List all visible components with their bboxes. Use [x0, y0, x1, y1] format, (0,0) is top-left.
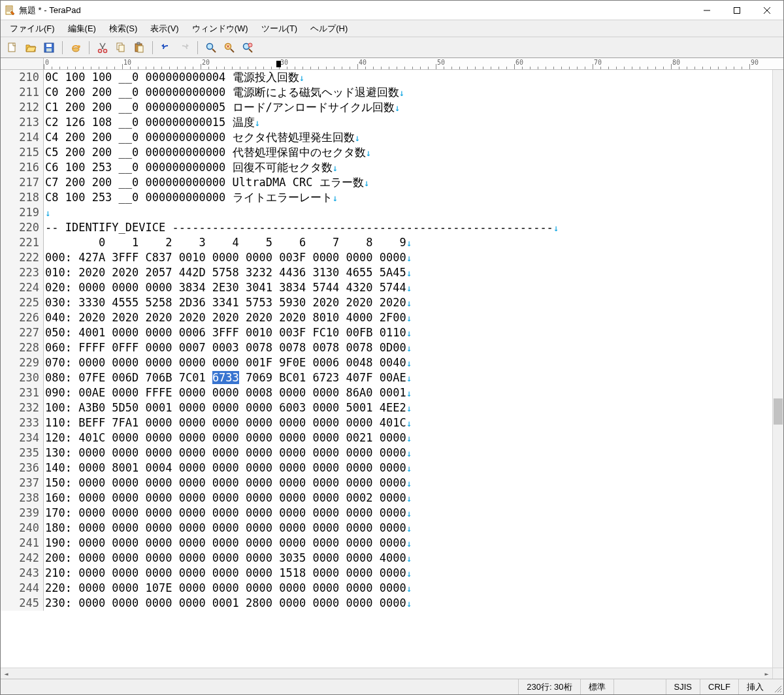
eol-mark-icon: ↓ — [406, 238, 412, 248]
text-line[interactable]: C2 126 108 __0 000000000015 温度↓ — [45, 115, 772, 130]
eol-mark-icon: ↓ — [406, 508, 412, 519]
text-line[interactable]: 010: 2020 2020 2057 442D 5758 3232 4436 … — [45, 265, 772, 280]
copy-button[interactable] — [113, 40, 129, 56]
line-number-gutter: 2102112122132142152162172182192202212222… — [1, 70, 44, 611]
menu-window[interactable]: ウィンドウ(W) — [186, 21, 255, 37]
text-line[interactable]: 230: 0000 0000 0000 0000 0001 2800 0000 … — [45, 596, 772, 611]
text-line[interactable]: C1 200 200 __0 000000000005 ロード/アンロードサイク… — [45, 100, 772, 115]
hscroll-left-arrow[interactable]: ◄ — [1, 668, 12, 679]
text-line[interactable]: C4 200 200 __0 000000000000 セクタ代替処理発生回数↓ — [45, 130, 772, 145]
text-line[interactable]: 120: 401C 0000 0000 0000 0000 0000 0000 … — [45, 430, 772, 445]
text-line[interactable]: 170: 0000 0000 0000 0000 0000 0000 0000 … — [45, 506, 772, 521]
menu-search[interactable]: 検索(S) — [103, 21, 144, 37]
text-line[interactable]: 180: 0000 0000 0000 0000 0000 0000 0000 … — [45, 521, 772, 536]
eol-mark-icon: ↓ — [255, 118, 260, 128]
menu-edit[interactable]: 編集(E) — [61, 21, 103, 37]
text-line[interactable]: C8 100 253 __0 000000000000 ライトエラーレート↓ — [45, 190, 772, 205]
text-line[interactable]: -- IDENTIFY_DEVICE ---------------------… — [45, 220, 772, 235]
menu-help[interactable]: ヘルプ(H) — [304, 21, 354, 37]
text-line[interactable]: 080: 07FE 006D 706B 7C01 6733 7069 BC01 … — [45, 370, 772, 385]
cut-button[interactable] — [95, 40, 110, 56]
text-line[interactable]: 050: 4001 0000 0000 0006 3FFF 0010 003F … — [45, 325, 772, 340]
ruler: 0102030405060708090 — [1, 58, 783, 70]
editor-scroll[interactable]: 2102112122132142152162172182192202212222… — [1, 70, 772, 668]
eol-mark-icon: ↓ — [406, 433, 412, 444]
text-line[interactable]: C5 200 200 __0 000000000000 代替処理保留中のセクタ数… — [45, 145, 772, 160]
text-line[interactable]: 190: 0000 0000 0000 0000 0000 0000 0000 … — [45, 536, 772, 551]
redo-button[interactable] — [176, 40, 192, 56]
text-line[interactable]: 150: 0000 0000 0000 0000 0000 0000 0000 … — [45, 476, 772, 491]
svg-point-6 — [73, 48, 79, 52]
minimize-button[interactable] — [692, 1, 722, 20]
text-line[interactable]: 0 1 2 3 4 5 6 7 8 9↓ — [45, 235, 772, 250]
text-line[interactable]: 140: 0000 8001 0004 0000 0000 0000 0000 … — [45, 461, 772, 476]
eol-mark-icon: ↓ — [399, 88, 404, 98]
text-line[interactable]: 000: 427A 3FFF C837 0010 0000 0000 003F … — [45, 250, 772, 265]
text-line[interactable]: 040: 2020 2020 2020 2020 2020 2020 2020 … — [45, 310, 772, 325]
menu-tool[interactable]: ツール(T) — [255, 21, 304, 37]
reload-button[interactable] — [68, 40, 84, 56]
eol-mark-icon: ↓ — [364, 178, 369, 188]
maximize-button[interactable] — [722, 1, 752, 20]
replace-button[interactable] — [221, 40, 237, 56]
horizontal-scrollbar[interactable]: ◄ ► — [1, 668, 783, 679]
eol-mark-icon: ↓ — [553, 223, 559, 233]
text-line[interactable]: 110: BEFF 7FA1 0000 0000 0000 0000 0000 … — [45, 415, 772, 430]
menu-bar: ファイル(F) 編集(E) 検索(S) 表示(V) ウィンドウ(W) ツール(T… — [1, 20, 783, 37]
status-mode: 標準 — [580, 679, 613, 694]
find-button[interactable] — [203, 40, 219, 56]
eol-mark-icon: ↓ — [406, 283, 412, 293]
text-line[interactable]: 130: 0000 0000 0000 0000 0000 0000 0000 … — [45, 445, 772, 461]
text-line[interactable]: 160: 0000 0000 0000 0000 0000 0000 0000 … — [45, 491, 772, 506]
eol-mark-icon: ↓ — [299, 73, 304, 83]
eol-mark-icon: ↓ — [406, 253, 412, 263]
find-next-button[interactable] — [240, 40, 255, 56]
text-line[interactable]: 210: 0000 0000 0000 0000 0000 0000 1518 … — [45, 566, 772, 581]
text-line[interactable]: 060: FFFF 0FFF 0000 0007 0003 0078 0078 … — [45, 340, 772, 355]
eol-mark-icon: ↓ — [45, 208, 50, 218]
text-line[interactable]: C6 100 253 __0 000000000000 回復不可能セクタ数↓ — [45, 160, 772, 175]
eol-mark-icon: ↓ — [406, 493, 412, 504]
text-line[interactable]: 0C 100 100 __0 000000000004 電源投入回数↓ — [45, 70, 772, 85]
svg-rect-4 — [46, 44, 52, 47]
eol-mark-icon: ↓ — [406, 553, 412, 564]
menu-file[interactable]: ファイル(F) — [3, 21, 61, 37]
svg-point-8 — [104, 49, 107, 52]
text-selection: 6733 — [212, 371, 239, 384]
eol-mark-icon: ↓ — [406, 373, 412, 383]
text-line[interactable]: 220: 0000 0000 107E 0000 0000 0000 0000 … — [45, 581, 772, 596]
eol-mark-icon: ↓ — [406, 568, 412, 579]
eol-mark-icon: ↓ — [406, 478, 412, 489]
text-line[interactable]: 020: 0000 0000 0000 3834 2E30 3041 3834 … — [45, 280, 772, 295]
text-line[interactable]: C0 200 200 __0 000000000000 電源断による磁気ヘッド退… — [45, 85, 772, 100]
text-line[interactable]: ↓ — [45, 205, 772, 220]
text-line[interactable]: 200: 0000 0000 0000 0000 0000 0000 3035 … — [45, 551, 772, 566]
vertical-scrollbar[interactable] — [772, 70, 783, 668]
status-bar: 230行: 30桁 標準 SJIS CRLF 挿入 — [1, 679, 783, 694]
eol-mark-icon: ↓ — [355, 133, 360, 143]
eol-mark-icon: ↓ — [406, 388, 412, 398]
open-file-button[interactable] — [23, 40, 39, 56]
undo-button[interactable] — [158, 40, 174, 56]
vertical-scroll-thumb[interactable] — [774, 398, 783, 425]
paste-button[interactable] — [131, 40, 147, 56]
svg-rect-12 — [137, 42, 140, 44]
save-file-button[interactable] — [41, 40, 57, 56]
text-line[interactable]: C7 200 200 __0 000000000000 UltraDMA CRC… — [45, 175, 772, 190]
text-line[interactable]: 030: 3330 4555 5258 2D36 3341 5753 5930 … — [45, 295, 772, 310]
toolbar — [1, 37, 783, 58]
svg-point-17 — [248, 43, 252, 47]
text-line[interactable]: 100: A3B0 5D50 0001 0000 0000 0000 6003 … — [45, 400, 772, 415]
text-line[interactable]: 090: 00AE 0000 FFFE 0000 0000 0008 0000 … — [45, 385, 772, 400]
eol-mark-icon: ↓ — [406, 538, 412, 549]
close-button[interactable] — [752, 1, 782, 20]
text-content[interactable]: 0C 100 100 __0 000000000004 電源投入回数↓C0 20… — [44, 70, 772, 611]
menu-view[interactable]: 表示(V) — [144, 21, 185, 37]
status-linebreak: CRLF — [700, 679, 738, 694]
app-icon — [5, 5, 15, 16]
hscroll-right-arrow[interactable]: ► — [761, 668, 772, 679]
text-line[interactable]: 070: 0000 0000 0000 0000 0000 001F 9F0E … — [45, 355, 772, 370]
resize-grip-icon[interactable] — [772, 679, 783, 694]
new-file-button[interactable] — [5, 40, 20, 56]
window-title: 無題 * - TeraPad — [19, 5, 692, 16]
